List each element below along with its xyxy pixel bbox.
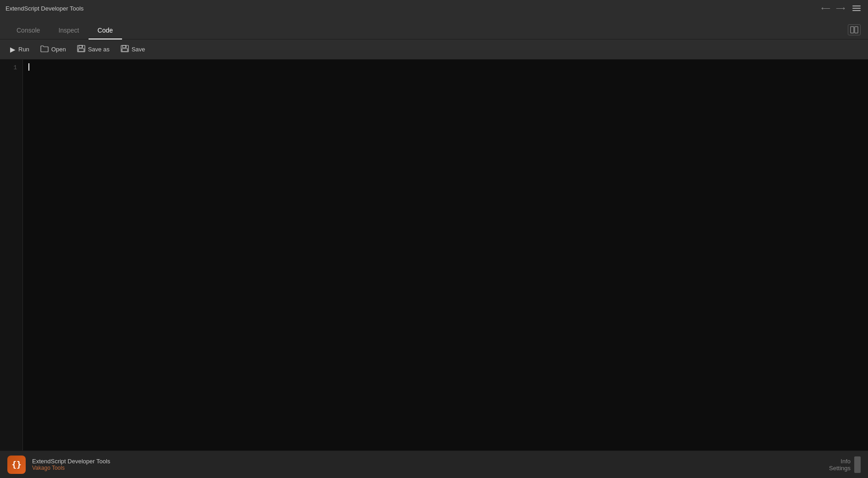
app-logo: {}: [7, 456, 26, 474]
hamburger-line-1: [852, 6, 861, 6]
split-view-icon: [850, 26, 858, 33]
toolbar: ▶ Run Open Save as: [0, 39, 868, 60]
settings-link[interactable]: Settings: [829, 465, 851, 472]
save-icon: [121, 45, 129, 54]
save-button[interactable]: Save: [116, 42, 150, 56]
title-bar-left: ExtendScript Developer Tools: [6, 5, 83, 12]
save-as-floppy-icon: [77, 45, 85, 52]
app-title: ExtendScript Developer Tools: [6, 5, 83, 12]
hamburger-line-3: [852, 10, 861, 11]
code-editor[interactable]: [23, 60, 868, 450]
run-icon: ▶: [10, 45, 16, 54]
run-label: Run: [18, 46, 29, 53]
status-author: Vakago Tools: [32, 465, 110, 471]
editor-cursor: [28, 63, 29, 71]
tab-bar: Console Inspect Code: [0, 17, 868, 39]
line-number-1: 1: [0, 63, 22, 72]
menu-button[interactable]: [851, 4, 862, 13]
status-bar: {} ExtendScript Developer Tools Vakago T…: [0, 450, 868, 478]
run-button[interactable]: ▶ Run: [6, 43, 34, 56]
app-info: ExtendScript Developer Tools Vakago Tool…: [32, 458, 110, 471]
tab-code[interactable]: Code: [89, 22, 122, 39]
title-bar: ExtendScript Developer Tools ⟵ ⟶: [0, 0, 868, 17]
line-numbers: 1: [0, 60, 23, 450]
status-labels: Info Settings: [829, 458, 851, 472]
title-bar-controls: ⟵ ⟶: [821, 4, 862, 13]
svg-rect-0: [851, 27, 854, 33]
editor-cursor-line: [28, 63, 862, 71]
info-link[interactable]: Info: [840, 458, 851, 465]
save-label: Save: [132, 46, 145, 53]
tab-console[interactable]: Console: [7, 22, 49, 39]
tabs-container: Console Inspect Code: [7, 22, 122, 39]
minimize-icon[interactable]: ⟵: [821, 5, 830, 11]
svg-rect-4: [78, 49, 84, 51]
hamburger-line-2: [852, 8, 861, 9]
status-bar-right-container: Info Settings: [829, 456, 861, 473]
tab-bar-right: [848, 24, 861, 39]
open-label: Open: [51, 46, 66, 53]
tab-inspect[interactable]: Inspect: [49, 22, 88, 39]
save-as-icon: [77, 45, 85, 54]
scroll-handle[interactable]: [854, 456, 861, 473]
save-floppy-icon: [121, 45, 129, 52]
open-icon: [40, 45, 49, 54]
svg-rect-1: [855, 27, 858, 33]
open-button[interactable]: Open: [36, 42, 71, 56]
save-as-label: Save as: [88, 46, 110, 53]
svg-rect-8: [122, 49, 128, 51]
editor-area: 1: [0, 60, 868, 450]
save-as-button[interactable]: Save as: [72, 42, 114, 56]
split-view-button[interactable]: [848, 24, 861, 35]
restore-icon[interactable]: ⟶: [836, 5, 845, 11]
status-app-name: ExtendScript Developer Tools: [32, 458, 110, 465]
status-bar-left: {} ExtendScript Developer Tools Vakago T…: [7, 456, 110, 474]
folder-icon: [40, 45, 49, 52]
